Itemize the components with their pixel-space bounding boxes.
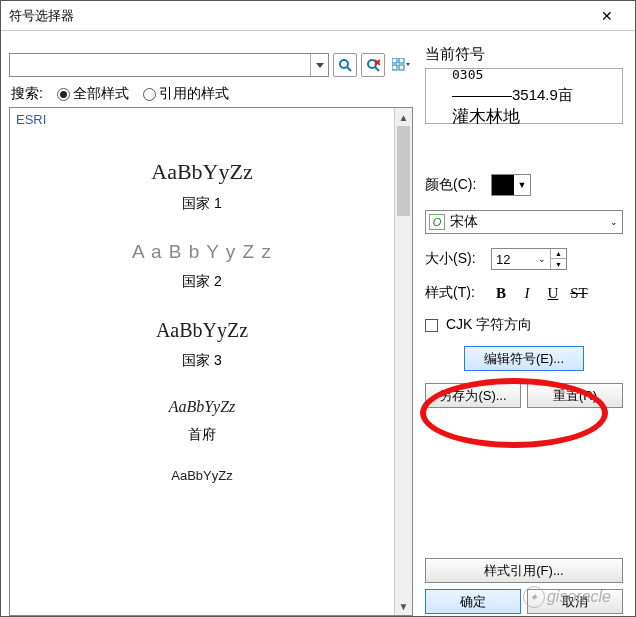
style-label: 样式(T): [425, 284, 485, 302]
left-panel: 搜索: 全部样式 引用的样式 ESRI AaBbYyZz 国家 1 [9, 37, 413, 616]
list-inner[interactable]: ESRI AaBbYyZz 国家 1 A a B b Y y Z z 国家 2 … [10, 108, 394, 615]
list-item[interactable]: AaBbYyZz 国家 3 [10, 319, 394, 370]
dialog-body: 搜索: 全部样式 引用的样式 ESRI AaBbYyZz 国家 1 [1, 31, 635, 616]
sample-label: 国家 2 [10, 273, 394, 291]
list-item[interactable]: AaBbYyZz 国家 1 [10, 159, 394, 213]
size-row: 大小(S): 12 ⌄ ▲▼ [421, 248, 627, 270]
symbol-selector-window: 符号选择器 ✕ [0, 0, 636, 617]
preview-line: 灌木林地 [452, 105, 520, 129]
cjk-checkbox[interactable]: CJK 字符方向 [425, 316, 532, 334]
watermark: ✦ gisoracle [523, 586, 611, 608]
sample-text: AaBbYyZz [10, 159, 394, 185]
underline-button[interactable]: U [543, 285, 563, 302]
style-reference-button[interactable]: 样式引用(F)... [425, 558, 623, 583]
chevron-down-icon[interactable] [310, 54, 328, 76]
reset-button[interactable]: 重置(R) [527, 383, 623, 408]
chevron-down-icon[interactable]: ⌄ [606, 217, 622, 227]
svg-point-0 [340, 60, 348, 68]
close-button[interactable]: ✕ [587, 2, 627, 30]
font-name: 宋体 [448, 213, 606, 231]
sample-label: 国家 3 [10, 352, 394, 370]
clear-search-icon[interactable] [361, 53, 385, 77]
current-symbol-preview: 0305 ————3514.9亩 灌木林地 [425, 68, 623, 124]
chevron-down-icon[interactable]: ⌄ [534, 254, 550, 264]
scrollbar[interactable]: ▲ ▼ [394, 108, 412, 615]
preview-line: ————3514.9亩 [452, 84, 573, 105]
toolbar [9, 51, 413, 79]
radio-quoted-styles[interactable]: 引用的样式 [143, 85, 229, 103]
size-label: 大小(S): [425, 250, 485, 268]
view-mode-icon[interactable] [389, 53, 413, 77]
wechat-icon: ✦ [523, 586, 545, 608]
italic-button[interactable]: I [517, 285, 537, 302]
radio-all-styles[interactable]: 全部样式 [57, 85, 129, 103]
font-combo[interactable]: O 宋体 ⌄ [425, 210, 623, 234]
color-row: 颜色(C): ▼ [421, 174, 627, 196]
size-combo[interactable]: 12 ⌄ ▲▼ [491, 248, 567, 270]
search-input[interactable] [10, 55, 310, 75]
color-label: 颜色(C): [425, 176, 485, 194]
list-item[interactable]: AaBbYyZz [10, 468, 394, 483]
style-buttons: B I U ST [491, 285, 589, 302]
current-symbol-label: 当前符号 [421, 45, 627, 64]
symbol-list: ESRI AaBbYyZz 国家 1 A a B b Y y Z z 国家 2 … [9, 107, 413, 616]
size-value: 12 [492, 252, 534, 267]
ok-button[interactable]: 确定 [425, 589, 521, 614]
sample-label: 国家 1 [10, 195, 394, 213]
color-picker[interactable]: ▼ [491, 174, 531, 196]
svg-line-3 [375, 67, 379, 71]
save-as-button[interactable]: 另存为(S)... [425, 383, 521, 408]
scroll-down-icon[interactable]: ▼ [395, 597, 412, 615]
sample-text: AaBbYyZz [10, 468, 394, 483]
list-item[interactable]: A a B b Y y Z z 国家 2 [10, 241, 394, 291]
style-row: 样式(T): B I U ST [421, 284, 627, 302]
bold-button[interactable]: B [491, 285, 511, 302]
svg-line-1 [347, 67, 351, 71]
chevron-down-icon[interactable]: ▼ [514, 180, 530, 190]
list-item[interactable]: AaBbYyZz 首府 [10, 398, 394, 444]
size-spinner[interactable]: ▲▼ [550, 249, 566, 269]
save-reset-row: 另存为(S)... 重置(R) [421, 383, 627, 408]
window-title: 符号选择器 [9, 7, 587, 25]
color-swatch [492, 175, 514, 195]
list-category-header: ESRI [10, 108, 394, 131]
cjk-row: CJK 字符方向 [421, 316, 627, 334]
right-panel: 当前符号 0305 ————3514.9亩 灌木林地 颜色(C): ▼ O 宋体… [421, 37, 627, 616]
scroll-thumb[interactable] [397, 126, 410, 216]
sample-text: AaBbYyZz [10, 319, 394, 342]
edit-symbol-wrap: 编辑符号(E)... [421, 334, 627, 371]
titlebar: 符号选择器 ✕ [1, 1, 635, 31]
svg-rect-6 [392, 58, 397, 63]
search-icon[interactable] [333, 53, 357, 77]
radio-dot-icon [143, 88, 156, 101]
preview-line: 0305 [452, 66, 483, 84]
svg-rect-8 [392, 65, 397, 70]
font-row: O 宋体 ⌄ [421, 210, 627, 234]
radio-dot-icon [57, 88, 70, 101]
strikethrough-button[interactable]: ST [569, 285, 589, 302]
search-combo[interactable] [9, 53, 329, 77]
sample-text: AaBbYyZz [10, 398, 394, 416]
scroll-up-icon[interactable]: ▲ [395, 108, 412, 126]
sample-label: 首府 [10, 426, 394, 444]
font-type-icon: O [429, 214, 445, 230]
search-row: 搜索: 全部样式 引用的样式 [9, 85, 413, 103]
edit-symbol-button[interactable]: 编辑符号(E)... [464, 346, 584, 371]
svg-rect-9 [399, 65, 404, 70]
search-label: 搜索: [11, 85, 43, 103]
checkbox-icon [425, 319, 438, 332]
sample-text: A a B b Y y Z z [10, 241, 394, 263]
svg-rect-7 [399, 58, 404, 63]
